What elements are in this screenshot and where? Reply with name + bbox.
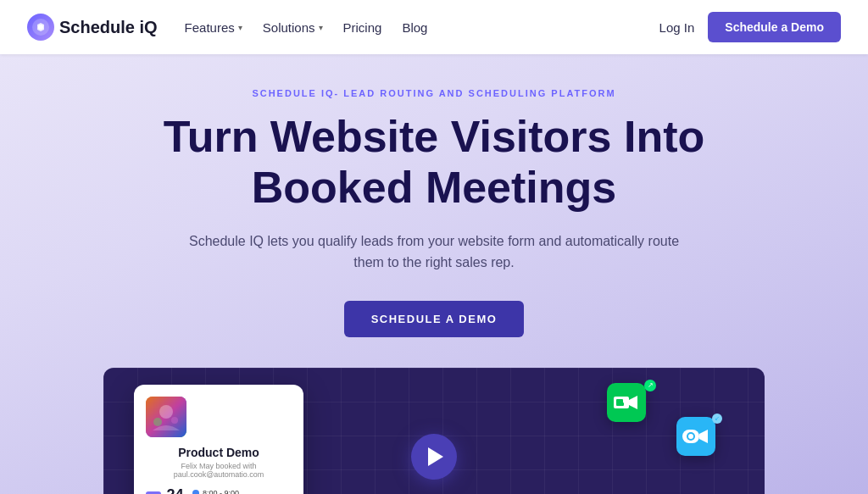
date-number: 24 [164, 487, 186, 494]
play-icon [428, 447, 443, 466]
hero-title: Turn Website Visitors Into Booked Meetin… [164, 112, 705, 214]
nav-pricing[interactable]: Pricing [343, 20, 382, 35]
login-button[interactable]: Log In [659, 20, 695, 35]
time-row: 8:00 - 9:00 [192, 489, 239, 494]
meeting-date: 📅 24 March [146, 487, 186, 494]
hero-subtitle: Schedule IQ lets you qualify leads from … [180, 230, 688, 274]
nav-blog[interactable]: Blog [402, 20, 427, 35]
zoom-icon [676, 417, 715, 456]
avatar [146, 397, 186, 437]
chevron-down-icon: ▾ [238, 23, 242, 32]
logo[interactable]: Schedule iQ [27, 14, 158, 41]
schedule-demo-button[interactable]: Schedule a Demo [708, 12, 841, 42]
svg-point-3 [159, 405, 173, 419]
svg-rect-8 [620, 402, 624, 406]
svg-point-4 [153, 418, 162, 426]
hero-title-line2: Booked Meetings [252, 163, 617, 212]
hero-title-line1: Turn Website Visitors Into [164, 112, 705, 161]
nav-solutions[interactable]: Solutions ▾ [263, 20, 323, 35]
meeting-card: Product Demo Felix May booked with paul.… [134, 385, 303, 494]
svg-point-5 [171, 417, 178, 424]
svg-point-1 [38, 25, 43, 30]
nav-features[interactable]: Features ▾ [185, 20, 242, 35]
meeting-info: 📅 24 March 8:00 - 9:00 Zoom [146, 487, 292, 494]
meeting-subtitle: Felix May booked with paul.cook@automati… [146, 462, 292, 479]
meeting-title: Product Demo [146, 446, 292, 459]
gmeet-arrow-icon: ↗ [644, 380, 656, 391]
google-meet-icon [607, 383, 646, 422]
play-button[interactable] [411, 434, 457, 480]
hero-preview: Product Demo Felix May booked with paul.… [103, 368, 765, 494]
nav-menu: Features ▾ Solutions ▾ Pricing Blog [185, 20, 428, 35]
logo-text: Schedule iQ [59, 18, 158, 37]
navbar-left: Schedule iQ Features ▾ Solutions ▾ Prici… [27, 14, 427, 41]
time-dot-icon [192, 490, 199, 494]
meeting-time-zoom: 8:00 - 9:00 Zoom [192, 489, 239, 494]
navbar-right: Log In Schedule a Demo [659, 12, 841, 42]
hero-badge: Schedule IQ- Lead Routing and Scheduling… [252, 88, 615, 98]
svg-rect-11 [688, 434, 693, 439]
zoom-arrow-icon: ↙ [712, 414, 722, 424]
chevron-down-icon: ▾ [319, 23, 323, 32]
hero-cta-button[interactable]: SCHEDULE A DEMO [344, 301, 525, 337]
logo-icon [27, 14, 54, 41]
navbar: Schedule iQ Features ▾ Solutions ▾ Prici… [0, 0, 868, 54]
hero-section: Schedule IQ- Lead Routing and Scheduling… [0, 54, 868, 494]
